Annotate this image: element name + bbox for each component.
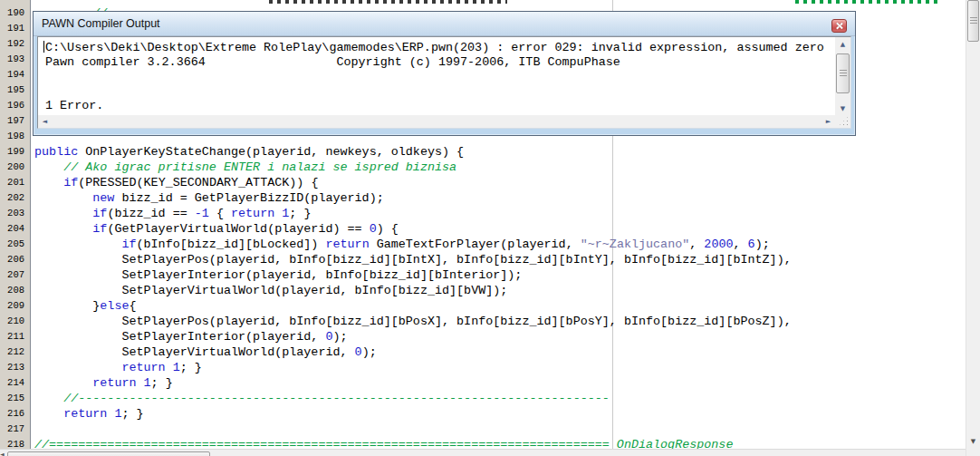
dialog-titlebar[interactable]: PAWN Compiler Output xyxy=(34,12,855,36)
resize-grip-icon xyxy=(847,124,849,126)
code-line-200[interactable]: // Ako igrac pritisne ENTER i nalazi se … xyxy=(34,160,456,175)
code-line-199[interactable]: public OnPlayerKeyStateChange(playerid, … xyxy=(34,144,464,160)
code-line-206[interactable]: SetPlayerPos(playerid, bInfo[bizz_id][bI… xyxy=(34,252,792,267)
code-line-210[interactable]: SetPlayerPos(playerid, bInfo[bizz_id][bP… xyxy=(34,314,792,329)
scroll-right-icon[interactable]: ► xyxy=(821,115,835,128)
code-line-202[interactable]: new bizz_id = GetPlayerBizzID(playerid); xyxy=(34,190,384,206)
editor-vertical-scrollbar-thumb[interactable] xyxy=(967,0,979,42)
line-number: 199 xyxy=(7,144,24,160)
scrollbar-grip-icon xyxy=(840,70,847,77)
line-number: 190 xyxy=(7,5,24,21)
scrollbar-grip-icon xyxy=(970,17,977,24)
line-number-gutter: 1901911921931941951961971981992002012022… xyxy=(0,0,31,449)
line-number: 203 xyxy=(7,206,24,221)
scroll-left-icon[interactable]: ◄ xyxy=(38,115,52,128)
line-number: 202 xyxy=(7,190,24,206)
line-number: 197 xyxy=(7,113,24,129)
code-line-203[interactable]: if(bizz_id == -1 { return 1; } xyxy=(34,206,311,221)
editor-vertical-scrollbar[interactable]: ▼ xyxy=(966,0,980,456)
line-number: 195 xyxy=(7,82,24,98)
dialog-vertical-scrollbar[interactable]: ▲ ▼ xyxy=(835,37,850,115)
line-number: 205 xyxy=(7,237,24,252)
compiler-output-text: C:\Users\Deki\Desktop\Extreme RolePlay\g… xyxy=(45,41,824,113)
line-number: 194 xyxy=(7,67,24,82)
line-number: 198 xyxy=(7,129,24,144)
line-number: 210 xyxy=(7,314,24,329)
line-number: 215 xyxy=(7,391,24,406)
compiler-output-dialog: PAWN Compiler Output C:\Users\Deki\Deskt… xyxy=(33,11,856,136)
code-line-208[interactable]: SetPlayerVirtualWorld(playerid, bInfo[bi… xyxy=(34,283,507,298)
line-number: 212 xyxy=(7,344,24,360)
code-line-209[interactable]: }else{ xyxy=(34,298,137,314)
dialog-resize-grip[interactable] xyxy=(835,115,850,128)
line-number: 217 xyxy=(7,422,24,437)
code-line-218[interactable]: //======================================… xyxy=(34,437,733,449)
scroll-down-icon[interactable]: ▼ xyxy=(835,102,850,115)
compiler-output-textarea[interactable]: C:\Users\Deki\Desktop\Extreme RolePlay\g… xyxy=(37,36,851,129)
line-number: 207 xyxy=(7,267,24,283)
line-number: 191 xyxy=(7,21,24,36)
dialog-title: PAWN Compiler Output xyxy=(42,17,160,30)
line-number: 211 xyxy=(7,329,24,344)
line-number: 193 xyxy=(7,52,24,67)
code-line-214[interactable]: return 1; } xyxy=(34,375,173,391)
clipped-top-comment-fragments xyxy=(795,0,940,4)
code-line-201[interactable]: if(PRESSED(KEY_SECONDARY_ATTACK)) { xyxy=(34,175,318,190)
code-line-215[interactable]: //--------------------------------------… xyxy=(34,391,610,406)
line-number: 216 xyxy=(7,406,24,422)
line-number: 209 xyxy=(7,298,24,314)
editor-horizontal-scrollbar[interactable]: ◄ xyxy=(0,449,966,456)
code-line-216[interactable]: return 1; } xyxy=(34,406,144,422)
code-line-205[interactable]: if(bInfo[bizz_id][bLocked]) return GameT… xyxy=(34,237,770,252)
close-icon xyxy=(836,23,843,30)
editor-scroll-down-icon[interactable]: ▼ xyxy=(966,434,980,449)
code-line-211[interactable]: SetPlayerInterior(playerid, 0); xyxy=(34,329,348,344)
scroll-up-icon[interactable]: ▲ xyxy=(835,37,850,51)
code-line-213[interactable]: return 1; } xyxy=(34,360,202,375)
pawno-editor-window: 1901911921931941951961971981992002012022… xyxy=(0,0,980,456)
editor-scroll-left-icon[interactable]: ◄ xyxy=(0,451,5,456)
dialog-vertical-scrollbar-thumb[interactable] xyxy=(836,53,850,93)
code-line-204[interactable]: if(GetPlayerVirtualWorld(playerid) == 0)… xyxy=(34,221,399,237)
line-number: 196 xyxy=(7,98,24,113)
line-number: 204 xyxy=(7,221,24,237)
close-button[interactable] xyxy=(831,19,847,33)
line-number: 200 xyxy=(7,160,24,175)
line-number: 208 xyxy=(7,283,24,298)
line-number: 214 xyxy=(7,375,24,391)
line-number: 213 xyxy=(7,360,24,375)
dialog-horizontal-scrollbar[interactable]: ◄ ► xyxy=(38,115,835,128)
line-number: 206 xyxy=(7,252,24,267)
editor-horizontal-scrollbar-thumb[interactable] xyxy=(7,451,210,456)
code-line-212[interactable]: SetPlayerVirtualWorld(playerid, 0); xyxy=(34,344,377,360)
code-line-207[interactable]: SetPlayerInterior(playerid, bInfo[bizz_i… xyxy=(34,267,522,283)
clipped-top-line-fragments xyxy=(269,0,507,4)
text-caret xyxy=(43,41,44,53)
line-number: 192 xyxy=(7,36,24,52)
line-number: 201 xyxy=(7,175,24,190)
